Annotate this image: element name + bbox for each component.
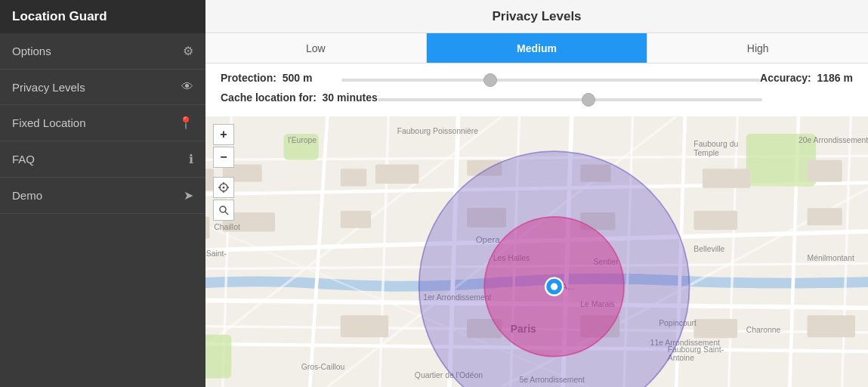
cache-slider-container	[378, 91, 762, 104]
tabs-container: LowMediumHigh	[205, 33, 868, 63]
svg-text:Faubourg Saint-: Faubourg Saint-	[205, 249, 227, 258]
svg-text:Charonne: Charonne	[746, 326, 781, 334]
svg-point-81	[551, 283, 558, 290]
zoom-out-button[interactable]: −	[213, 147, 234, 168]
map-extra-controls	[213, 177, 234, 221]
accuracy-label: Accuracy: 1186 m	[760, 72, 853, 84]
nav-label-faq: FAQ	[12, 153, 189, 166]
sidebar-header: Location Guard	[0, 0, 205, 33]
nav-label-options: Options	[12, 45, 183, 57]
protection-slider-container	[341, 71, 760, 85]
search-map-button[interactable]	[213, 200, 234, 221]
svg-text:Gros-Caillou: Gros-Caillou	[301, 363, 345, 371]
svg-text:Faubourg Poissonnière: Faubourg Poissonnière	[397, 127, 479, 135]
svg-rect-32	[703, 169, 751, 187]
cache-row: Cache location for: 30 minutes	[221, 91, 853, 104]
cache-value: 30 minutes	[323, 91, 378, 104]
info-icon: ℹ	[189, 152, 193, 166]
map-zoom-controls: + −	[213, 124, 234, 168]
main-header: Privacy Levels	[205, 0, 868, 33]
svg-text:Faubourg du: Faubourg du	[693, 140, 738, 148]
tab-high[interactable]: High	[647, 33, 868, 63]
sidebar-title: Location Guard	[12, 9, 107, 24]
eye-icon: 👁	[181, 80, 193, 94]
svg-rect-37	[341, 211, 371, 228]
cache-slider[interactable]	[378, 98, 762, 101]
sidebar-item-fixed-location[interactable]: Fixed Location 📍	[0, 105, 205, 141]
locate-button[interactable]	[213, 177, 234, 198]
nav-items: Options ⚙ Privacy Levels 👁 Fixed Locatio…	[0, 33, 205, 214]
svg-rect-46	[693, 319, 737, 338]
zoom-in-button[interactable]: +	[213, 124, 234, 145]
svg-line-89	[225, 212, 228, 215]
svg-point-83	[223, 187, 225, 189]
gear-icon: ⚙	[183, 44, 193, 58]
main-content: Privacy Levels LowMediumHigh Protection:…	[205, 0, 868, 387]
svg-rect-28	[341, 169, 367, 186]
tab-low[interactable]: Low	[205, 33, 427, 63]
svg-rect-40	[693, 211, 737, 230]
svg-text:Belleville: Belleville	[693, 245, 724, 253]
svg-text:20e Arrondissement: 20e Arrondissement	[798, 136, 868, 144]
map-svg: Faubourg Saint- Honoré l'Europe Faubourg…	[205, 116, 868, 387]
svg-rect-33	[808, 160, 842, 182]
svg-rect-24	[205, 335, 231, 379]
svg-text:Temple: Temple	[693, 149, 719, 157]
map-container: Faubourg Saint- Honoré l'Europe Faubourg…	[205, 116, 868, 387]
tab-medium[interactable]: Medium	[427, 33, 648, 63]
svg-rect-41	[808, 208, 842, 225]
sidebar: Location Guard Options ⚙ Privacy Levels …	[0, 0, 205, 387]
nav-label-fixed-location: Fixed Location	[12, 116, 178, 129]
svg-rect-29	[375, 165, 419, 184]
accuracy-value: 1186 m	[817, 72, 853, 84]
protection-value: 500 m	[283, 72, 313, 84]
svg-rect-43	[341, 315, 389, 337]
locate-icon	[218, 182, 229, 193]
svg-rect-35	[205, 217, 209, 239]
svg-rect-47	[808, 315, 856, 337]
svg-text:l'Europe: l'Europe	[288, 136, 317, 144]
controls-panel: Protection: 500 m Accuracy: 1186 m Cache…	[205, 63, 868, 116]
svg-text:Ménilmontant: Ménilmontant	[808, 254, 854, 262]
svg-text:Chaillot: Chaillot	[214, 223, 240, 231]
sidebar-item-demo[interactable]: Demo ➤	[0, 178, 205, 214]
sidebar-item-faq[interactable]: FAQ ℹ	[0, 141, 205, 178]
nav-label-demo: Demo	[12, 189, 184, 202]
svg-text:Antoine: Antoine	[668, 354, 694, 362]
main-title: Privacy Levels	[492, 9, 581, 24]
sidebar-item-options[interactable]: Options ⚙	[0, 33, 205, 70]
protection-row: Protection: 500 m Accuracy: 1186 m	[221, 71, 853, 85]
svg-point-88	[220, 206, 226, 212]
nav-label-privacy-levels: Privacy Levels	[12, 81, 181, 94]
protection-slider[interactable]	[341, 79, 760, 82]
arrow-icon: ➤	[184, 188, 193, 203]
pin-icon: 📍	[178, 116, 193, 130]
protection-label: Protection: 500 m	[221, 72, 341, 84]
cache-label: Cache location for: 30 minutes	[221, 91, 378, 104]
sidebar-item-privacy-levels[interactable]: Privacy Levels 👁	[0, 70, 205, 105]
search-map-icon	[218, 205, 229, 215]
